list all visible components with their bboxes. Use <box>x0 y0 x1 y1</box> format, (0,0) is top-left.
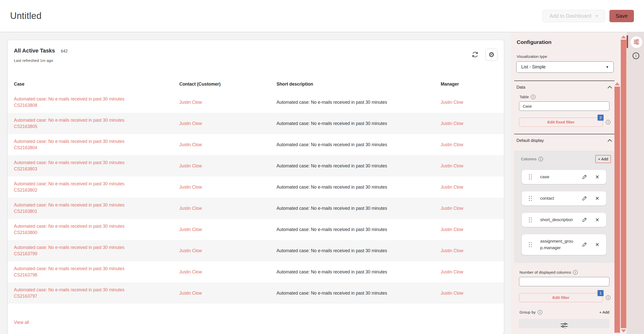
edit-column-button[interactable] <box>581 217 588 223</box>
scroll-down-arrow[interactable] <box>621 329 626 332</box>
contact-link[interactable]: Justin Clow <box>179 100 202 105</box>
visualization-type-select[interactable]: List - Simple ▼ <box>516 61 614 73</box>
contact-link[interactable]: Justin Clow <box>179 291 202 296</box>
remove-column-button[interactable]: ✕ <box>594 195 601 201</box>
contact-link[interactable]: Justin Clow <box>179 206 202 211</box>
top-actions: Add to Dashboard ▼ Save <box>543 10 634 22</box>
remove-column-button[interactable]: ✕ <box>594 174 601 180</box>
view-all-link[interactable]: View all <box>14 320 29 325</box>
add-to-dashboard-button[interactable]: Add to Dashboard ▼ <box>543 10 605 22</box>
visualization-type-value: List - Simple <box>521 64 546 70</box>
info-icon[interactable]: i <box>606 120 610 124</box>
contact-link[interactable]: Justin Clow <box>179 248 202 253</box>
case-number: CS2163802 <box>14 187 172 193</box>
contact-link[interactable]: Justin Clow <box>179 142 202 147</box>
contact-link[interactable]: Justin Clow <box>179 269 202 274</box>
inner-scrollbar[interactable] <box>614 82 620 334</box>
edit-column-button[interactable] <box>581 241 588 248</box>
edit-column-button[interactable] <box>581 195 588 202</box>
case-link[interactable]: Automated case: No e-mails received in p… <box>14 181 172 193</box>
page-title[interactable]: Untitled <box>10 11 41 21</box>
last-refreshed-text: Last refreshed 1m ago <box>14 58 68 63</box>
column-chip[interactable]: assignment_group.manager ✕ <box>522 234 606 255</box>
scroll-up-arrow[interactable] <box>621 35 626 38</box>
default-display-label: Default display <box>516 138 544 143</box>
data-section-header[interactable]: Data <box>514 81 614 93</box>
manager-link[interactable]: Justin Clow <box>441 100 463 105</box>
manager-link[interactable]: Justin Clow <box>441 185 463 190</box>
manager-link[interactable]: Justin Clow <box>441 142 463 147</box>
table-row: Automated case: No e-mails received in p… <box>8 198 504 219</box>
manager-link[interactable]: Justin Clow <box>441 248 463 253</box>
case-link[interactable]: Automated case: No e-mails received in p… <box>14 223 172 236</box>
num-columns-label: Number of displayed columns <box>519 270 571 275</box>
info-tab-button[interactable]: i <box>633 53 639 59</box>
contact-link[interactable]: Justin Clow <box>179 227 202 232</box>
widget-settings-button[interactable]: ⚙ <box>485 49 498 61</box>
short-description-cell: Automated case: No e-mails received in p… <box>277 248 441 253</box>
case-link[interactable]: Automated case: No e-mails received in p… <box>14 138 172 151</box>
group-by-empty-state <box>519 319 609 328</box>
manager-link[interactable]: Justin Clow <box>441 206 463 211</box>
case-number: CS2163808 <box>14 102 172 109</box>
case-link[interactable]: Automated case: No e-mails received in p… <box>14 117 172 130</box>
remove-column-button[interactable]: ✕ <box>594 217 601 223</box>
case-number: CS2163799 <box>14 251 172 257</box>
case-link[interactable]: Automated case: No e-mails received in p… <box>14 266 172 278</box>
info-icon[interactable]: i <box>573 270 578 275</box>
drag-handle-icon[interactable] <box>529 217 530 218</box>
edit-column-button[interactable] <box>581 174 588 180</box>
case-link[interactable]: Automated case: No e-mails received in p… <box>14 96 172 109</box>
table-body: Automated case: No e-mails received in p… <box>8 92 504 304</box>
num-columns-input[interactable] <box>519 277 609 286</box>
table-row: Automated case: No e-mails received in p… <box>8 92 504 113</box>
manager-link[interactable]: Justin Clow <box>441 163 463 168</box>
drag-handle-icon[interactable] <box>529 196 530 197</box>
case-link[interactable]: Automated case: No e-mails received in p… <box>14 287 172 299</box>
edit-fixed-filter-button[interactable]: Edit fixed filter <box>519 118 603 127</box>
column-header-short-description[interactable]: Short description <box>277 82 441 87</box>
remove-column-button[interactable]: ✕ <box>594 242 601 248</box>
contact-link[interactable]: Justin Clow <box>179 121 202 126</box>
scroll-up-arrow[interactable] <box>615 82 620 85</box>
columns-section: Columns i + Add case ✕ contact <box>514 151 614 263</box>
case-link[interactable]: Automated case: No e-mails received in p… <box>14 202 172 215</box>
column-header-contact[interactable]: Contact (Customer) <box>179 82 277 87</box>
info-icon[interactable]: i <box>606 295 610 300</box>
add-group-by-button[interactable]: + Add <box>599 310 609 315</box>
save-button[interactable]: Save <box>609 10 634 22</box>
refresh-button[interactable] <box>471 51 479 59</box>
default-display-section-header[interactable]: Default display <box>514 134 614 147</box>
scrollbar-thumb[interactable] <box>614 87 620 333</box>
panel-scrollbar[interactable] <box>621 35 626 332</box>
table-row: Automated case: No e-mails received in p… <box>8 176 504 198</box>
column-header-manager[interactable]: Manager <box>441 82 498 87</box>
table-input[interactable]: Case <box>519 101 609 111</box>
configuration-tab-button[interactable] <box>631 36 642 48</box>
column-header-case[interactable]: Case <box>14 82 179 87</box>
column-chip[interactable]: short_description ✕ <box>522 213 606 227</box>
manager-link[interactable]: Justin Clow <box>441 269 463 274</box>
data-section-label: Data <box>516 85 525 90</box>
info-icon[interactable]: i <box>538 157 543 161</box>
drag-handle-icon[interactable] <box>529 174 530 175</box>
contact-link[interactable]: Justin Clow <box>179 185 202 190</box>
manager-link[interactable]: Justin Clow <box>441 227 463 232</box>
manager-link[interactable]: Justin Clow <box>441 291 463 296</box>
case-link[interactable]: Automated case: No e-mails received in p… <box>14 244 172 257</box>
drag-handle-icon[interactable] <box>529 242 530 243</box>
scrollbar-thumb[interactable] <box>621 40 626 328</box>
info-icon[interactable]: i <box>538 310 542 315</box>
column-chip[interactable]: contact ✕ <box>522 191 606 205</box>
add-column-button[interactable]: + Add <box>595 155 611 163</box>
close-icon: ✕ <box>595 174 600 180</box>
edit-filter-button[interactable]: Edit filter <box>519 293 603 302</box>
gear-icon: ⚙ <box>488 51 494 59</box>
manager-link[interactable]: Justin Clow <box>441 121 463 126</box>
column-chip[interactable]: case ✕ <box>522 170 606 184</box>
case-link[interactable]: Automated case: No e-mails received in p… <box>14 160 172 172</box>
contact-link[interactable]: Justin Clow <box>179 163 202 168</box>
pencil-icon <box>582 198 588 202</box>
column-chip-label: contact <box>540 195 574 202</box>
info-icon[interactable]: i <box>531 95 535 99</box>
